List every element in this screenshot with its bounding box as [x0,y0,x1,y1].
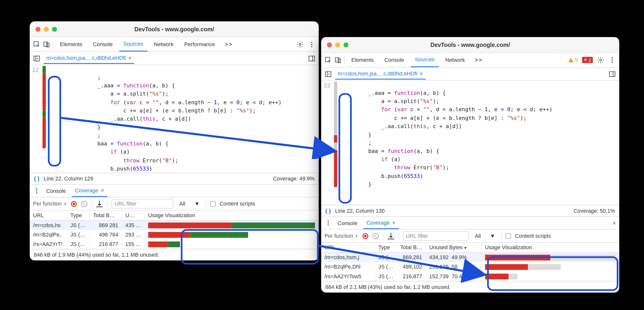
drawer-close-icon[interactable]: × [613,220,616,226]
col-total[interactable]: Total B… [90,210,122,220]
gear-icon[interactable] [296,41,304,48]
drawer-tab-coverage[interactable]: Coverage × [363,217,399,229]
col-unused[interactable]: Unused Bytes ▼ [426,243,482,252]
drawer-tab-coverage[interactable]: Coverage × [72,185,108,197]
tabs-overflow[interactable]: >> [472,57,486,63]
source-file-tab[interactable]: m=cdos,hsm,jsa,…c,dtl0hd,eHDfl × [44,53,134,64]
title-bar: DevTools - www.google.com/ [30,21,319,37]
table-row[interactable]: /m=cdos,hsJS (…869 281435 … [30,220,318,230]
inspect-icon[interactable] [33,41,40,48]
col-unused[interactable]: U… [122,210,145,220]
cell-unused: 434,192 49.9% [426,252,482,262]
col-url[interactable]: URL [30,210,67,220]
tab-console[interactable]: Console [380,53,408,67]
coverage-table: URL Type Total B… U… Usage Visualization… [30,210,319,249]
col-type[interactable]: Type [67,210,90,220]
tabs-overflow[interactable]: >> [222,41,236,47]
source-tabs-bar: m=cdos,hsm,jsa,…c,dtl0hd,eHDfl × [30,52,319,65]
device-icon[interactable] [43,41,50,48]
cell-unused: 291,129 58 [426,262,482,272]
tab-sources[interactable]: Sources [411,53,438,67]
col-usage[interactable]: Usage Visualization [482,243,619,252]
export-button[interactable] [388,233,394,239]
table-row[interactable]: /rs=AA2YrTsw5JS (…216,877152,739 70.4% [321,272,619,281]
drawer-tabs: Console Coverage × × [321,216,620,230]
cell-viz [482,272,619,281]
close-icon[interactable]: × [392,219,396,226]
table-row[interactable]: /m=B2qlPe,DhlJS (…499,102291,129 58 [321,262,619,272]
close-icon[interactable]: × [128,55,132,61]
tab-network[interactable]: Network [150,37,178,51]
col-total[interactable]: Total B… [397,243,426,252]
svg-point-18 [612,62,613,63]
type-filter-select[interactable]: All▼ [178,199,201,208]
content-scripts-checkbox[interactable] [210,201,215,206]
source-file-tab[interactable]: m=cdos,hsm,jsa,…c,dtl0hd,eHDfl × [335,68,426,79]
export-button[interactable] [96,200,103,207]
tab-network[interactable]: Network [441,53,469,67]
close-icon[interactable]: × [101,187,104,194]
kebab-icon[interactable] [308,41,316,48]
source-file-name: m=cdos,hsm,jsa,…c,dtl0hd,eHDfl [46,55,126,61]
record-button[interactable] [71,201,77,206]
kebab-icon[interactable] [608,56,616,64]
col-usage[interactable]: Usage Visualization [145,210,318,220]
code-editor[interactable]: 22 ; _.aaa = function(a, b) { a = a.spli… [30,65,319,172]
url-filter-input[interactable]: URL filter [112,199,174,208]
device-icon[interactable] [334,56,342,64]
col-type[interactable]: Type [375,243,397,252]
svg-point-9 [36,188,37,189]
tab-performance[interactable]: Performance [180,37,219,51]
svg-point-23 [328,224,329,226]
tab-sources[interactable]: Sources [119,37,147,51]
content-scripts-checkbox[interactable] [506,233,511,239]
window-title: DevTools - www.google.com/ [30,26,319,32]
drawer-tab-console[interactable]: Console [334,217,361,229]
debugger-toggle-icon[interactable] [608,70,616,78]
kebab-icon[interactable] [33,187,40,195]
navigator-toggle-icon[interactable] [33,55,40,62]
coverage-granularity-select[interactable]: Per function▼ [33,201,67,207]
table-row[interactable]: /m=cdos,hsm,jJS (…869,281434,192 49.9% [321,252,619,262]
clear-button[interactable] [372,233,379,239]
gear-icon[interactable] [597,56,604,64]
cell-type: JS (… [67,220,90,230]
source-tabs-bar: m=cdos,hsm,jsa,…c,dtl0hd,eHDfl × [321,67,620,81]
status-bar: { } Line 22, Column 130 Coverage: 50.1% [321,205,620,216]
inspect-icon[interactable] [324,56,332,64]
drawer-tab-console[interactable]: Console [43,185,69,197]
record-button[interactable] [362,233,368,239]
code-editor[interactable]: 22 _.aaa = function(a, b) { a = a.split(… [321,81,620,205]
errors-badge[interactable]: ✕2 [582,57,593,63]
pretty-print-icon[interactable]: { } [325,208,331,214]
tab-elements[interactable]: Elements [56,37,86,51]
svg-point-6 [311,46,312,47]
table-row[interactable]: /m=B2qlPe,JS (…498 764293 … [30,230,318,239]
clear-button[interactable] [81,200,88,207]
cell-unused: 435 … [122,220,145,230]
cell-url: /rs=AA2YrTsw5 [321,272,375,281]
tab-elements[interactable]: Elements [347,53,378,67]
coverage-granularity-select[interactable]: Per function▼ [324,233,358,239]
url-filter-input[interactable]: URL filter [403,231,469,241]
coverage-toolbar: Per function▼ URL filter All▼ Content sc… [321,230,620,243]
warnings-badge[interactable]: 5 [568,57,578,63]
pretty-print-icon[interactable]: { } [34,175,40,182]
cell-viz [482,262,619,272]
debugger-toggle-icon[interactable] [308,55,316,62]
source-file-name: m=cdos,hsm,jsa,…c,dtl0hd,eHDfl [338,70,417,77]
navigator-toggle-icon[interactable] [324,70,332,78]
cell-viz [145,230,318,239]
coverage-percent: Coverage: 50.1% [574,208,615,214]
svg-point-16 [612,57,613,58]
svg-point-21 [328,220,329,221]
type-filter-select[interactable]: All▼ [473,232,497,240]
cursor-position: Line 22, Column 130 [335,208,385,214]
close-icon[interactable]: × [420,70,423,77]
cell-url: /m=cdos,hsm,j [321,252,375,262]
table-row[interactable]: /rs=AA2YrT!JS (…216 877155 … [30,240,318,249]
cell-type: JS (… [67,230,90,239]
tab-console[interactable]: Console [89,37,116,51]
col-url[interactable]: URL [321,243,375,252]
kebab-icon[interactable] [324,219,332,227]
